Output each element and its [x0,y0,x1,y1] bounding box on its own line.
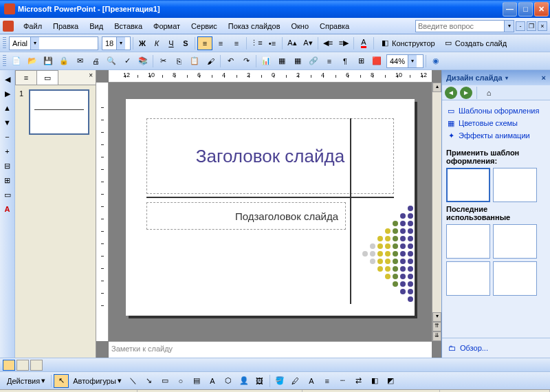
insert-hyperlink-button[interactable]: 🔗 [306,54,321,68]
show-grid-button[interactable]: ⊞ [353,54,368,68]
taskpane-header[interactable]: Дизайн слайда ▾ × [442,70,550,85]
scroll-up-button[interactable]: ▴ [432,83,441,92]
nav-back-button[interactable]: ◄ [445,87,457,99]
toolbar-grip[interactable] [3,37,6,50]
arrow-button[interactable]: ↘ [142,374,157,388]
oval-button[interactable]: ○ [173,374,188,388]
promote-button[interactable]: ◀ [1,73,14,85]
increase-font-button[interactable]: A▴ [285,36,300,50]
permission-button[interactable]: 🔒 [56,54,72,68]
decrease-indent-button[interactable]: ◀≡ [320,36,336,50]
design-templates-link[interactable]: ▭Шаблоны оформления [446,105,546,117]
dash-style-button[interactable]: ┄ [336,374,351,388]
font-combo[interactable]: Arial▾ [9,36,98,50]
menu-slideshow[interactable]: Показ слайдов [223,20,286,32]
text-shadow-button[interactable]: S [179,36,192,50]
underline-button[interactable]: Ч [164,36,178,50]
notes-pane[interactable]: Заметки к слайду [109,341,432,358]
wordart-button[interactable]: A [205,374,220,388]
minimize-button[interactable]: — [503,2,517,17]
slide-thumbnail-1[interactable]: 1 [19,89,91,135]
decrease-font-button[interactable]: A▾ [300,36,316,50]
expand-all-button[interactable]: ≡ [322,54,337,68]
show-formatting-button[interactable]: ¶ [338,54,353,68]
fill-color-button[interactable]: 🪣 [272,374,287,388]
nav-fwd-button[interactable]: ► [460,87,472,99]
spelling-button[interactable]: ✓ [120,54,135,68]
select-objects-button[interactable]: ↖ [54,374,69,388]
cut-button[interactable]: ✂ [155,54,170,68]
mdi-close[interactable]: × [538,21,547,31]
increase-indent-button[interactable]: ≡▶ [336,36,351,50]
expand-button[interactable]: + [1,145,14,157]
undo-button[interactable]: ↶ [223,54,238,68]
slideshow-view-button[interactable] [30,360,43,371]
zoom-combo[interactable]: 44%▾ [386,54,424,68]
font-color-button[interactable]: A [356,36,371,50]
arrow-style-button[interactable]: ⇄ [351,374,366,388]
picture-button[interactable]: 🖼 [252,374,267,388]
sorter-view-button[interactable] [16,360,29,371]
nav-home-button[interactable]: ⌂ [481,86,496,100]
italic-button[interactable]: К [150,36,164,50]
template-thumb-4[interactable] [493,224,537,259]
template-thumb-1[interactable] [446,168,490,202]
vertical-ruler[interactable] [96,83,109,341]
line-button[interactable]: ＼ [126,374,141,388]
template-thumb-5[interactable] [446,261,490,296]
open-button[interactable]: 📂 [25,54,40,68]
slide-design-button[interactable]: ◧Конструктор [376,36,439,50]
mdi-restore[interactable]: ❐ [527,21,536,31]
redo-button[interactable]: ↷ [239,54,254,68]
slide[interactable]: Заголовок слайда Подзаголовок слайда [126,99,415,316]
align-center-button[interactable]: ≡ [213,36,228,50]
shadow-style-button[interactable]: ◧ [367,374,382,388]
copy-button[interactable]: ⎘ [171,54,186,68]
outline-tab[interactable]: ≡ [15,70,37,85]
bullets-button[interactable]: •≡ [265,36,280,50]
mdi-minimize[interactable]: - [516,21,525,31]
line-style-button[interactable]: ≡ [320,374,335,388]
close-button[interactable]: ✕ [534,2,549,17]
browse-link[interactable]: 🗀Обзор... [442,338,550,358]
normal-view-button[interactable] [3,360,15,371]
menu-insert[interactable]: Вставка [109,20,148,32]
new-button[interactable]: 📄 [9,54,24,68]
textbox-button[interactable]: ▤ [189,374,204,388]
color-schemes-link[interactable]: ▦Цветовые схемы [446,117,546,129]
template-thumb-3[interactable] [446,224,490,259]
vertical-scrollbar[interactable]: ▴ ▾ ⇈ ⇊ [432,83,441,341]
ask-question-input[interactable] [415,20,505,32]
print-button[interactable]: 🖨 [88,54,103,68]
menu-format[interactable]: Формат [148,20,186,32]
expand-all-button-2[interactable]: ⊞ [1,174,14,186]
summary-slide-button[interactable]: ▭ [1,188,14,201]
document-icon[interactable] [3,21,14,32]
menu-window[interactable]: Окно [286,20,315,32]
numbering-button[interactable]: ⋮≡ [249,36,264,50]
horizontal-ruler[interactable]: 12108642024681012 [109,70,432,83]
insert-chart-button[interactable]: 📊 [258,54,274,68]
line-color-button[interactable]: 🖊 [288,374,303,388]
draw-actions-button[interactable]: Действия ▾ [3,374,49,388]
panel-close-button[interactable]: × [86,70,96,85]
insert-table-button[interactable]: ▦ [274,54,289,68]
maximize-button[interactable]: □ [518,2,533,17]
research-button[interactable]: 📚 [135,54,151,68]
save-button[interactable]: 💾 [41,54,56,68]
rectangle-button[interactable]: ▭ [157,374,173,388]
move-down-button[interactable]: ▼ [1,116,14,129]
align-right-button[interactable]: ≡ [229,36,244,50]
ask-dropdown[interactable]: ▾ [505,20,514,32]
3d-style-button[interactable]: ◩ [383,374,398,388]
title-placeholder[interactable]: Заголовок слайда [146,118,394,194]
collapse-all-button[interactable]: ⊟ [1,160,14,172]
clipart-button[interactable]: 👤 [236,374,252,388]
autoshapes-button[interactable]: Автофигуры ▾ [69,374,125,388]
prev-slide-button[interactable]: ⇈ [432,322,441,331]
toolbar-grip-2[interactable] [3,55,6,67]
taskpane-close-button[interactable]: × [542,74,546,82]
menu-tools[interactable]: Сервис [186,20,223,32]
scroll-down-button[interactable]: ▾ [432,312,441,322]
template-thumb-2[interactable] [493,168,537,202]
